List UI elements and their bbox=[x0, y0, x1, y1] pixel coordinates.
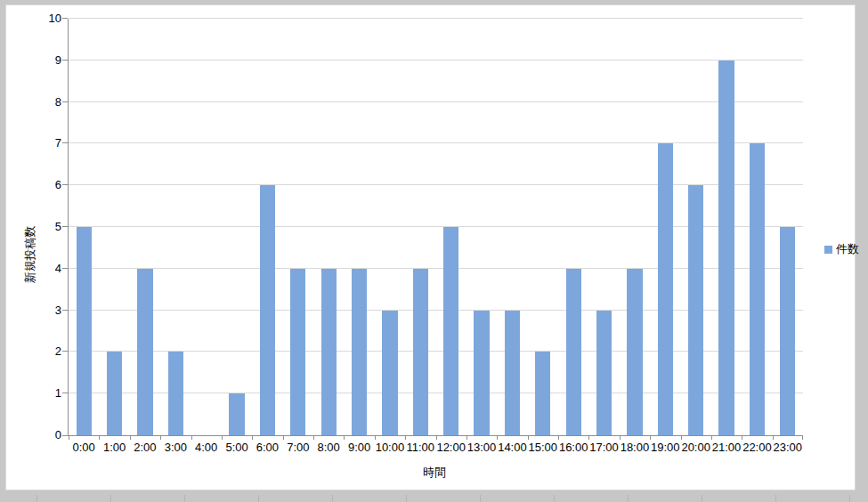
x-axis-tick bbox=[99, 435, 100, 440]
bar bbox=[107, 352, 122, 435]
x-axis-tick bbox=[283, 435, 284, 440]
x-axis-tick bbox=[130, 435, 131, 440]
bar bbox=[505, 311, 520, 435]
y-tick-label: 2 bbox=[26, 345, 61, 358]
x-axis-tick bbox=[344, 435, 345, 440]
y-tick-label: 0 bbox=[26, 429, 61, 441]
y-tick-label: 10 bbox=[26, 12, 61, 25]
x-axis-tick bbox=[681, 435, 682, 440]
y-axis-tick bbox=[62, 226, 68, 227]
bar bbox=[382, 311, 397, 435]
x-axis-tick bbox=[313, 435, 314, 440]
x-axis-tick bbox=[528, 435, 529, 440]
bar bbox=[658, 143, 673, 435]
x-axis-tick bbox=[375, 435, 376, 440]
x-axis-tick bbox=[650, 435, 651, 440]
y-axis-tick bbox=[62, 142, 68, 143]
bar bbox=[229, 393, 244, 435]
y-tick-label: 7 bbox=[26, 137, 61, 150]
x-axis-tick bbox=[191, 435, 192, 440]
x-axis-tick bbox=[466, 435, 467, 440]
y-tick-label: 1 bbox=[26, 387, 61, 400]
bar bbox=[718, 61, 734, 435]
x-axis-tick bbox=[405, 435, 406, 440]
x-axis-tick bbox=[160, 435, 161, 440]
chart-canvas: 新規投稿数 0123456789100:001:002:003:004:005:… bbox=[5, 4, 856, 490]
x-axis-tick bbox=[742, 435, 742, 440]
bar bbox=[627, 269, 642, 435]
x-axis-tick bbox=[558, 435, 559, 440]
bar bbox=[780, 227, 795, 435]
x-axis-tick bbox=[620, 435, 621, 440]
x-axis-title: 時間 bbox=[423, 465, 446, 481]
bar bbox=[443, 227, 458, 435]
x-axis-tick bbox=[497, 435, 498, 440]
y-tick-label: 4 bbox=[26, 263, 61, 275]
y-axis-tick bbox=[62, 393, 68, 393]
gridline bbox=[69, 101, 803, 102]
bar bbox=[566, 269, 581, 435]
bar bbox=[137, 269, 152, 435]
y-axis-tick bbox=[62, 310, 68, 311]
legend-color-swatch bbox=[824, 246, 832, 254]
bar bbox=[260, 185, 275, 435]
y-axis-tick bbox=[62, 268, 68, 269]
gridline bbox=[69, 60, 803, 61]
y-tick-label: 5 bbox=[26, 221, 61, 233]
gridline bbox=[69, 18, 803, 19]
legend: 件数 bbox=[824, 241, 859, 257]
y-tick-label: 6 bbox=[26, 179, 61, 191]
x-axis-tick bbox=[773, 435, 774, 440]
gridline bbox=[69, 142, 803, 143]
bar bbox=[290, 269, 305, 435]
bar bbox=[77, 227, 92, 435]
plot-area: 0123456789100:001:002:003:004:005:006:00… bbox=[68, 19, 803, 436]
chart-background: { "chart_data": { "type": "bar", "title"… bbox=[0, 0, 868, 502]
bar bbox=[535, 352, 550, 435]
bar bbox=[474, 311, 489, 435]
bar bbox=[750, 143, 765, 435]
x-axis-tick bbox=[222, 435, 223, 440]
bar bbox=[596, 311, 612, 435]
y-tick-label: 3 bbox=[26, 304, 61, 317]
bar bbox=[321, 269, 337, 435]
x-axis-tick bbox=[436, 435, 437, 440]
bar bbox=[688, 185, 703, 435]
y-tick-label: 8 bbox=[26, 96, 61, 109]
x-tick-label: 23:00 bbox=[770, 441, 806, 454]
x-axis-tick bbox=[69, 435, 69, 440]
x-axis-tick bbox=[802, 435, 803, 440]
worksheet-columns-strip bbox=[0, 495, 868, 502]
bar bbox=[168, 352, 183, 435]
y-axis-tick bbox=[62, 60, 68, 61]
bar bbox=[413, 269, 428, 435]
y-tick-label: 9 bbox=[26, 54, 61, 67]
x-axis-tick bbox=[711, 435, 712, 440]
bar bbox=[352, 269, 367, 435]
x-axis-tick bbox=[588, 435, 589, 440]
y-axis-tick bbox=[62, 351, 68, 352]
y-axis-tick bbox=[62, 101, 68, 102]
x-axis-tick bbox=[252, 435, 253, 440]
legend-label: 件数 bbox=[836, 241, 859, 257]
y-axis-tick bbox=[62, 435, 68, 436]
y-axis-tick bbox=[62, 184, 68, 185]
y-axis-tick bbox=[62, 18, 68, 19]
